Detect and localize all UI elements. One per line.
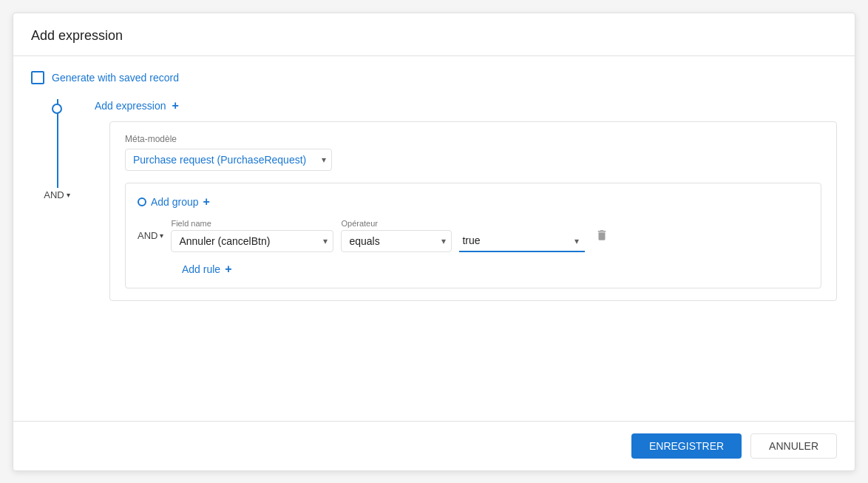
add-expression-row: Add expression +	[95, 99, 837, 112]
add-rule-row: Add rule +	[182, 263, 809, 276]
operator-label: Opérateur	[341, 219, 452, 228]
field-name-select-container[interactable]: Annuler (cancelBtn)	[171, 230, 333, 252]
meta-model-select-row: Purchase request (PurchaseRequest)	[125, 149, 821, 171]
add-expression-plus-icon[interactable]: +	[172, 99, 179, 112]
dialog-body: Generate with saved record AND ▾ Add exp…	[13, 56, 855, 421]
delete-rule-button[interactable]	[592, 226, 611, 245]
add-expression-link[interactable]: Add expression	[95, 100, 166, 112]
inner-chevron-icon: ▾	[160, 232, 163, 240]
meta-model-select-container[interactable]: Purchase request (PurchaseRequest)	[125, 149, 332, 171]
outer-and-wrapper: AND ▾	[31, 99, 83, 202]
dialog-footer: Enregistrer Annuler	[13, 421, 855, 470]
value-select-container[interactable]: true	[459, 230, 585, 252]
field-name-label: Field name	[171, 219, 333, 228]
right-content: Add expression + Méta-modèle Purchase re…	[83, 99, 837, 301]
dialog-title: Add expression	[31, 28, 123, 43]
add-expression-dialog: Add expression Generate with saved recor…	[13, 13, 855, 471]
expression-card: Méta-modèle Purchase request (PurchaseRe…	[109, 121, 837, 301]
operator-select-container[interactable]: equals	[341, 230, 452, 252]
trash-icon	[595, 229, 608, 242]
delete-expression-button[interactable]	[852, 199, 855, 223]
operator-select[interactable]: equals	[341, 230, 452, 252]
generate-label[interactable]: Generate with saved record	[52, 72, 179, 84]
field-name-select[interactable]: Annuler (cancelBtn)	[171, 230, 333, 252]
outer-and-dropdown[interactable]: AND ▾	[41, 188, 72, 202]
meta-model-select[interactable]: Purchase request (PurchaseRequest)	[125, 149, 332, 171]
add-group-row: Add group +	[138, 195, 809, 209]
add-rule-link[interactable]: Add rule	[182, 263, 220, 275]
rules-area: Add group + AND ▾ Fiel	[125, 183, 821, 288]
add-rule-plus-icon[interactable]: +	[225, 263, 231, 276]
meta-model-label: Méta-modèle	[125, 134, 821, 144]
outer-vertical-line	[57, 99, 58, 202]
outer-chevron-icon: ▾	[67, 191, 70, 199]
outer-and-text: AND	[44, 189, 64, 200]
generate-checkbox[interactable]	[31, 71, 44, 84]
value-select[interactable]: true	[459, 230, 585, 252]
dialog-header: Add expression	[13, 13, 855, 56]
group-circle	[138, 197, 146, 206]
outer-circle	[52, 104, 62, 114]
value-spacer-label	[459, 219, 585, 228]
value-wrapper: true	[459, 219, 585, 252]
field-name-wrapper: Field name Annuler (cancelBtn)	[171, 219, 333, 252]
save-button[interactable]: Enregistrer	[631, 433, 742, 459]
inner-and-dropdown[interactable]: AND ▾	[138, 230, 163, 241]
add-group-link[interactable]: Add group	[151, 196, 199, 208]
cancel-button[interactable]: Annuler	[750, 433, 837, 459]
add-group-plus-icon[interactable]: +	[203, 195, 210, 209]
operator-wrapper: Opérateur equals	[341, 219, 452, 252]
generate-row: Generate with saved record	[31, 71, 837, 84]
rule-row: AND ▾ Field name Annuler (cancelBtn)	[138, 219, 809, 252]
expression-area: AND ▾ Add expression + Méta-modèle	[31, 99, 837, 301]
inner-and-text: AND	[138, 230, 157, 241]
